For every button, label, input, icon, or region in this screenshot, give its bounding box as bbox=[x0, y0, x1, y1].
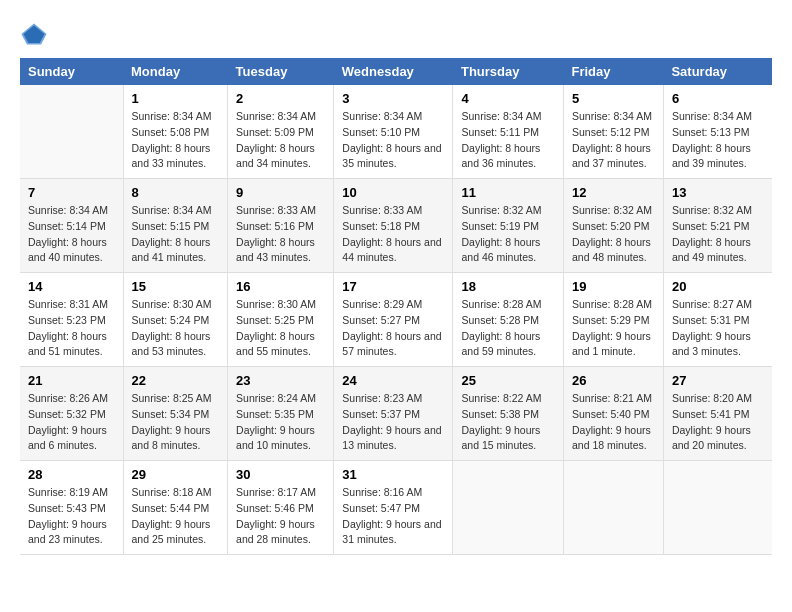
calendar-week-row: 28Sunrise: 8:19 AMSunset: 5:43 PMDayligh… bbox=[20, 461, 772, 555]
day-info: Sunrise: 8:34 AMSunset: 5:10 PMDaylight:… bbox=[342, 109, 444, 172]
day-number: 15 bbox=[132, 279, 220, 294]
day-number: 23 bbox=[236, 373, 325, 388]
day-info: Sunrise: 8:34 AMSunset: 5:14 PMDaylight:… bbox=[28, 203, 115, 266]
day-number: 26 bbox=[572, 373, 655, 388]
calendar-cell bbox=[663, 461, 772, 555]
calendar-cell: 27Sunrise: 8:20 AMSunset: 5:41 PMDayligh… bbox=[663, 367, 772, 461]
calendar-week-row: 7Sunrise: 8:34 AMSunset: 5:14 PMDaylight… bbox=[20, 179, 772, 273]
calendar-cell: 5Sunrise: 8:34 AMSunset: 5:12 PMDaylight… bbox=[563, 85, 663, 179]
day-info: Sunrise: 8:21 AMSunset: 5:40 PMDaylight:… bbox=[572, 391, 655, 454]
day-number: 24 bbox=[342, 373, 444, 388]
day-info: Sunrise: 8:31 AMSunset: 5:23 PMDaylight:… bbox=[28, 297, 115, 360]
day-number: 7 bbox=[28, 185, 115, 200]
day-info: Sunrise: 8:32 AMSunset: 5:20 PMDaylight:… bbox=[572, 203, 655, 266]
day-number: 2 bbox=[236, 91, 325, 106]
day-number: 10 bbox=[342, 185, 444, 200]
day-number: 9 bbox=[236, 185, 325, 200]
day-info: Sunrise: 8:34 AMSunset: 5:15 PMDaylight:… bbox=[132, 203, 220, 266]
calendar-cell: 7Sunrise: 8:34 AMSunset: 5:14 PMDaylight… bbox=[20, 179, 123, 273]
day-number: 4 bbox=[461, 91, 555, 106]
calendar-cell: 30Sunrise: 8:17 AMSunset: 5:46 PMDayligh… bbox=[228, 461, 334, 555]
day-number: 27 bbox=[672, 373, 764, 388]
day-info: Sunrise: 8:29 AMSunset: 5:27 PMDaylight:… bbox=[342, 297, 444, 360]
calendar-cell: 18Sunrise: 8:28 AMSunset: 5:28 PMDayligh… bbox=[453, 273, 564, 367]
day-number: 8 bbox=[132, 185, 220, 200]
day-number: 12 bbox=[572, 185, 655, 200]
day-info: Sunrise: 8:19 AMSunset: 5:43 PMDaylight:… bbox=[28, 485, 115, 548]
day-info: Sunrise: 8:20 AMSunset: 5:41 PMDaylight:… bbox=[672, 391, 764, 454]
column-header-sunday: Sunday bbox=[20, 58, 123, 85]
calendar-cell: 23Sunrise: 8:24 AMSunset: 5:35 PMDayligh… bbox=[228, 367, 334, 461]
day-number: 14 bbox=[28, 279, 115, 294]
column-header-monday: Monday bbox=[123, 58, 228, 85]
day-number: 1 bbox=[132, 91, 220, 106]
calendar-cell: 13Sunrise: 8:32 AMSunset: 5:21 PMDayligh… bbox=[663, 179, 772, 273]
calendar-cell: 28Sunrise: 8:19 AMSunset: 5:43 PMDayligh… bbox=[20, 461, 123, 555]
calendar-cell: 20Sunrise: 8:27 AMSunset: 5:31 PMDayligh… bbox=[663, 273, 772, 367]
calendar-cell: 16Sunrise: 8:30 AMSunset: 5:25 PMDayligh… bbox=[228, 273, 334, 367]
day-info: Sunrise: 8:34 AMSunset: 5:13 PMDaylight:… bbox=[672, 109, 764, 172]
calendar-cell: 4Sunrise: 8:34 AMSunset: 5:11 PMDaylight… bbox=[453, 85, 564, 179]
day-number: 3 bbox=[342, 91, 444, 106]
calendar-cell: 1Sunrise: 8:34 AMSunset: 5:08 PMDaylight… bbox=[123, 85, 228, 179]
calendar-cell: 25Sunrise: 8:22 AMSunset: 5:38 PMDayligh… bbox=[453, 367, 564, 461]
column-header-wednesday: Wednesday bbox=[334, 58, 453, 85]
page-header bbox=[20, 20, 772, 48]
calendar-cell bbox=[20, 85, 123, 179]
calendar-cell: 17Sunrise: 8:29 AMSunset: 5:27 PMDayligh… bbox=[334, 273, 453, 367]
calendar-cell: 6Sunrise: 8:34 AMSunset: 5:13 PMDaylight… bbox=[663, 85, 772, 179]
day-info: Sunrise: 8:18 AMSunset: 5:44 PMDaylight:… bbox=[132, 485, 220, 548]
calendar-week-row: 1Sunrise: 8:34 AMSunset: 5:08 PMDaylight… bbox=[20, 85, 772, 179]
day-number: 18 bbox=[461, 279, 555, 294]
day-info: Sunrise: 8:27 AMSunset: 5:31 PMDaylight:… bbox=[672, 297, 764, 360]
column-header-saturday: Saturday bbox=[663, 58, 772, 85]
calendar-week-row: 21Sunrise: 8:26 AMSunset: 5:32 PMDayligh… bbox=[20, 367, 772, 461]
day-number: 19 bbox=[572, 279, 655, 294]
day-number: 30 bbox=[236, 467, 325, 482]
calendar-cell: 2Sunrise: 8:34 AMSunset: 5:09 PMDaylight… bbox=[228, 85, 334, 179]
day-number: 22 bbox=[132, 373, 220, 388]
day-number: 11 bbox=[461, 185, 555, 200]
day-info: Sunrise: 8:23 AMSunset: 5:37 PMDaylight:… bbox=[342, 391, 444, 454]
day-number: 31 bbox=[342, 467, 444, 482]
logo-icon bbox=[20, 20, 48, 48]
calendar-cell: 3Sunrise: 8:34 AMSunset: 5:10 PMDaylight… bbox=[334, 85, 453, 179]
day-info: Sunrise: 8:33 AMSunset: 5:16 PMDaylight:… bbox=[236, 203, 325, 266]
calendar-cell: 29Sunrise: 8:18 AMSunset: 5:44 PMDayligh… bbox=[123, 461, 228, 555]
calendar-cell: 11Sunrise: 8:32 AMSunset: 5:19 PMDayligh… bbox=[453, 179, 564, 273]
day-number: 16 bbox=[236, 279, 325, 294]
column-header-thursday: Thursday bbox=[453, 58, 564, 85]
day-number: 5 bbox=[572, 91, 655, 106]
day-number: 21 bbox=[28, 373, 115, 388]
day-info: Sunrise: 8:30 AMSunset: 5:25 PMDaylight:… bbox=[236, 297, 325, 360]
day-info: Sunrise: 8:34 AMSunset: 5:12 PMDaylight:… bbox=[572, 109, 655, 172]
day-info: Sunrise: 8:30 AMSunset: 5:24 PMDaylight:… bbox=[132, 297, 220, 360]
calendar-table: SundayMondayTuesdayWednesdayThursdayFrid… bbox=[20, 58, 772, 555]
calendar-cell: 8Sunrise: 8:34 AMSunset: 5:15 PMDaylight… bbox=[123, 179, 228, 273]
day-info: Sunrise: 8:26 AMSunset: 5:32 PMDaylight:… bbox=[28, 391, 115, 454]
calendar-cell: 31Sunrise: 8:16 AMSunset: 5:47 PMDayligh… bbox=[334, 461, 453, 555]
calendar-cell: 9Sunrise: 8:33 AMSunset: 5:16 PMDaylight… bbox=[228, 179, 334, 273]
calendar-cell: 22Sunrise: 8:25 AMSunset: 5:34 PMDayligh… bbox=[123, 367, 228, 461]
day-info: Sunrise: 8:17 AMSunset: 5:46 PMDaylight:… bbox=[236, 485, 325, 548]
calendar-week-row: 14Sunrise: 8:31 AMSunset: 5:23 PMDayligh… bbox=[20, 273, 772, 367]
day-number: 25 bbox=[461, 373, 555, 388]
day-number: 17 bbox=[342, 279, 444, 294]
day-info: Sunrise: 8:25 AMSunset: 5:34 PMDaylight:… bbox=[132, 391, 220, 454]
column-header-tuesday: Tuesday bbox=[228, 58, 334, 85]
column-header-friday: Friday bbox=[563, 58, 663, 85]
day-info: Sunrise: 8:16 AMSunset: 5:47 PMDaylight:… bbox=[342, 485, 444, 548]
day-info: Sunrise: 8:32 AMSunset: 5:19 PMDaylight:… bbox=[461, 203, 555, 266]
day-number: 13 bbox=[672, 185, 764, 200]
day-info: Sunrise: 8:22 AMSunset: 5:38 PMDaylight:… bbox=[461, 391, 555, 454]
calendar-header-row: SundayMondayTuesdayWednesdayThursdayFrid… bbox=[20, 58, 772, 85]
day-number: 20 bbox=[672, 279, 764, 294]
day-info: Sunrise: 8:34 AMSunset: 5:11 PMDaylight:… bbox=[461, 109, 555, 172]
calendar-cell: 15Sunrise: 8:30 AMSunset: 5:24 PMDayligh… bbox=[123, 273, 228, 367]
day-number: 6 bbox=[672, 91, 764, 106]
day-info: Sunrise: 8:28 AMSunset: 5:29 PMDaylight:… bbox=[572, 297, 655, 360]
calendar-cell: 10Sunrise: 8:33 AMSunset: 5:18 PMDayligh… bbox=[334, 179, 453, 273]
day-info: Sunrise: 8:34 AMSunset: 5:09 PMDaylight:… bbox=[236, 109, 325, 172]
calendar-cell: 19Sunrise: 8:28 AMSunset: 5:29 PMDayligh… bbox=[563, 273, 663, 367]
day-info: Sunrise: 8:32 AMSunset: 5:21 PMDaylight:… bbox=[672, 203, 764, 266]
